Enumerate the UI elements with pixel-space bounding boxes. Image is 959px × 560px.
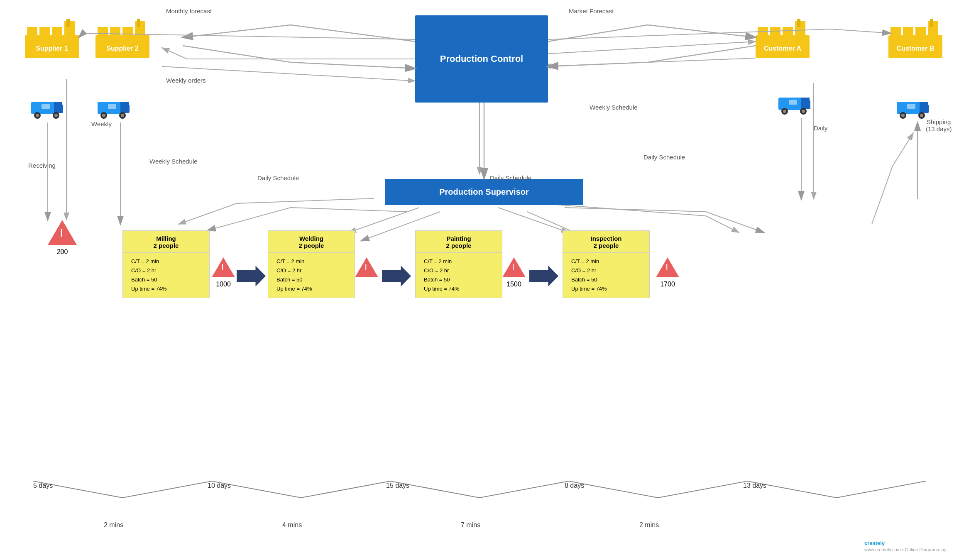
supplier-2-icon: Supplier 2 <box>95 17 149 58</box>
weekly-orders-label: Weekly orders <box>166 77 206 84</box>
mins-2: 2 mins <box>104 521 123 529</box>
watermark: creately www.creately.com • Online Diagr… <box>864 540 947 553</box>
svg-point-43 <box>102 114 105 117</box>
inventory-1500-value: 1500 <box>502 281 526 288</box>
process-painting: Painting 2 people C/T = 2 min C/O = 2 hr… <box>415 230 502 298</box>
customer-b: Customer B <box>888 17 942 60</box>
inventory-1000-value: 1000 <box>212 281 235 288</box>
svg-rect-46 <box>108 104 116 109</box>
svg-rect-38 <box>42 104 50 109</box>
svg-marker-57 <box>920 102 928 105</box>
daily-schedule-2-label: Daily Schedule <box>490 174 531 181</box>
days-5: 5 days <box>33 482 53 489</box>
truck-supplier2 <box>95 95 133 122</box>
svg-rect-32 <box>54 105 63 113</box>
svg-point-35 <box>36 114 39 117</box>
process-inspection: Inspection 2 people C/T = 2 min C/O = 2 … <box>563 230 650 298</box>
svg-rect-29 <box>930 19 933 27</box>
svg-marker-41 <box>120 102 129 105</box>
process-welding: Welding 2 people C/T = 2 min C/O = 2 hr … <box>268 230 355 298</box>
warning-triangle-1000-icon <box>212 257 235 277</box>
process-milling: Milling 2 people C/T = 2 min C/O = 2 hr … <box>122 230 210 298</box>
svg-rect-40 <box>120 105 130 113</box>
warning-triangle-1500-icon <box>502 257 526 277</box>
arrow-milling-welding <box>237 266 266 286</box>
supplier-1: Supplier 1 <box>25 17 79 60</box>
svg-point-61 <box>920 114 923 117</box>
customer-a-icon: Customer A <box>756 17 810 58</box>
svg-point-45 <box>121 114 124 117</box>
welding-title: Welding 2 people <box>268 231 355 253</box>
weekly-schedule-right-label: Weekly Schedule <box>590 104 638 111</box>
monthly-forecast-label: Monthly forecast <box>166 7 212 15</box>
days-15: 15 days <box>386 482 409 489</box>
truck-supplier1 <box>29 95 66 122</box>
svg-rect-22 <box>797 19 800 27</box>
svg-rect-6 <box>52 27 62 37</box>
svg-rect-20 <box>783 27 793 37</box>
warning-triangle-icon <box>48 220 77 245</box>
production-supervisor-label: Production Supervisor <box>439 187 529 197</box>
mins-4: 4 mins <box>282 521 302 529</box>
timeline-svg <box>33 473 926 527</box>
daily-schedule-3-label: Daily Schedule <box>643 154 685 161</box>
painting-details: C/T = 2 min C/O = 2 hr Batch = 50 Up tim… <box>416 253 502 298</box>
inventory-triangle-welding <box>355 257 378 277</box>
svg-rect-26 <box>903 27 913 37</box>
svg-rect-15 <box>137 19 140 27</box>
receiving-label: Receiving <box>28 162 56 169</box>
svg-text:Supplier 2: Supplier 2 <box>106 45 138 52</box>
svg-rect-27 <box>915 27 926 37</box>
svg-point-53 <box>802 110 805 113</box>
svg-text:Supplier 1: Supplier 1 <box>36 45 68 52</box>
svg-point-59 <box>901 114 905 117</box>
svg-rect-4 <box>27 27 37 37</box>
svg-point-37 <box>54 114 58 117</box>
painting-title: Painting 2 people <box>416 231 502 253</box>
svg-rect-56 <box>920 105 929 113</box>
production-control-box: Production Control <box>415 15 548 103</box>
warning-triangle-welding-icon <box>355 257 378 277</box>
milling-title: Milling 2 people <box>123 231 209 253</box>
mins-7: 7 mins <box>461 521 480 529</box>
svg-rect-25 <box>890 27 901 37</box>
milling-details: C/T = 2 min C/O = 2 hr Batch = 50 Up tim… <box>123 253 209 298</box>
arrow-welding-painting <box>382 266 411 286</box>
svg-marker-33 <box>54 102 62 105</box>
svg-rect-11 <box>98 27 108 37</box>
svg-text:Customer B: Customer B <box>897 45 935 52</box>
supplier-1-icon: Supplier 1 <box>25 17 79 58</box>
svg-marker-49 <box>801 98 810 100</box>
svg-rect-18 <box>758 27 768 37</box>
daily-label: Daily <box>814 125 827 132</box>
daily-schedule-1-label: Daily Schedule <box>257 174 299 181</box>
welding-details: C/T = 2 min C/O = 2 hr Batch = 50 Up tim… <box>268 253 355 298</box>
svg-rect-54 <box>789 100 797 105</box>
customer-a: Customer A <box>756 17 810 60</box>
inventory-triangle-1000: 1000 <box>212 257 235 288</box>
inventory-triangle-200: 200 <box>48 220 77 256</box>
customer-b-icon: Customer B <box>888 17 942 58</box>
production-supervisor-box: Production Supervisor <box>385 179 583 205</box>
weekly-schedule-left-label: Weekly Schedule <box>149 158 198 165</box>
svg-rect-12 <box>110 27 120 37</box>
warning-triangle-1700-icon <box>656 257 679 277</box>
svg-rect-48 <box>801 100 810 109</box>
inventory-triangle-1500: 1500 <box>502 257 526 288</box>
inspection-title: Inspection 2 people <box>563 231 649 253</box>
svg-rect-8 <box>66 19 70 27</box>
arrow-painting-inspection <box>529 266 558 286</box>
inventory-triangle-1700: 1700 <box>656 257 679 288</box>
svg-point-51 <box>783 110 786 113</box>
mins-2b: 2 mins <box>639 521 659 529</box>
svg-rect-19 <box>770 27 780 37</box>
days-8: 8 days <box>565 482 584 489</box>
diagram: Supplier 1 Supplier 2 Customer A <box>0 0 959 560</box>
shipping-label: Shipping (13 days) <box>926 118 952 132</box>
svg-rect-62 <box>907 104 915 109</box>
inventory-200-value: 200 <box>48 248 77 256</box>
supplier-2: Supplier 2 <box>95 17 149 60</box>
production-control-label: Production Control <box>440 54 523 64</box>
svg-rect-13 <box>122 27 133 37</box>
svg-rect-5 <box>39 27 50 37</box>
